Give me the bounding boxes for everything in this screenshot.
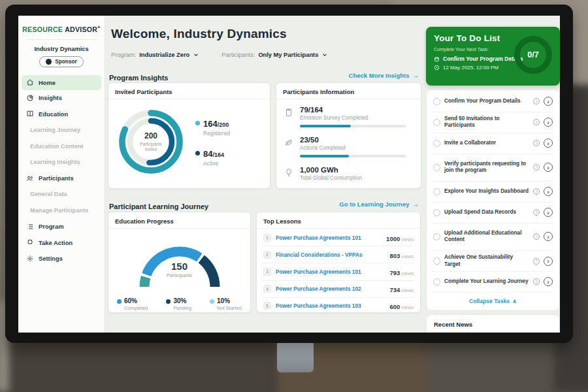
progress-bar bbox=[300, 125, 406, 127]
sidebar-item-participants[interactable]: Participants bbox=[18, 170, 105, 186]
help-icon[interactable]: ? bbox=[533, 209, 540, 216]
task-chevron-button[interactable]: › bbox=[544, 139, 553, 148]
link-label: Check More Insights bbox=[349, 72, 410, 79]
task-checkbox[interactable] bbox=[433, 119, 440, 126]
todo-task-row[interactable]: Upload Spend Data Records?› bbox=[433, 203, 553, 223]
lessons-list: 1Power Purchase Agreements 1011000views2… bbox=[257, 229, 420, 314]
task-checkbox[interactable] bbox=[433, 278, 440, 286]
help-icon[interactable]: ? bbox=[533, 188, 540, 195]
app-logo: RESOURCEADVISOR+ bbox=[18, 24, 105, 33]
calendar-icon bbox=[434, 56, 440, 62]
brand-secondary: ADVISOR bbox=[65, 25, 97, 33]
legend-label: Completed bbox=[124, 305, 148, 311]
leaf-icon bbox=[284, 138, 293, 147]
donut-center-label: Participants Invited bbox=[135, 142, 167, 153]
task-chevron-button[interactable]: › bbox=[544, 118, 553, 127]
collapse-tasks-link[interactable]: Collapse Tasks ∧ bbox=[433, 293, 553, 309]
card-title: Education Progress bbox=[108, 212, 250, 229]
views-count: 803 bbox=[389, 252, 400, 259]
todo-task-row[interactable]: Complete Your Learning Journey?› bbox=[433, 272, 553, 293]
recent-news-title: Recent News bbox=[434, 321, 552, 328]
program-insights-header: Program Insights Check More Insights → bbox=[109, 71, 419, 80]
task-chevron-button[interactable]: › bbox=[544, 187, 553, 196]
task-checkbox[interactable] bbox=[433, 164, 440, 171]
sidebar-item-learning-insights[interactable]: Learning Insights bbox=[18, 154, 105, 171]
lesson-rank: 4 bbox=[263, 285, 271, 293]
participants-filter[interactable]: Participants: Only My Participants bbox=[221, 52, 328, 58]
lesson-rank: 5 bbox=[263, 302, 271, 310]
help-icon[interactable]: ? bbox=[533, 140, 540, 146]
todo-task-row[interactable]: Send 50 Invitations to Participants?› bbox=[433, 112, 553, 133]
sidebar-item-insights[interactable]: Insights bbox=[18, 90, 105, 106]
task-chevron-button[interactable]: › bbox=[544, 163, 553, 172]
sidebar-item-learning-journey[interactable]: Learning Journey bbox=[18, 122, 105, 139]
monitor-bezel: RESOURCEADVISOR+ Industry Dynamics Spons… bbox=[5, 5, 573, 343]
dashboard-screen: RESOURCEADVISOR+ Industry Dynamics Spons… bbox=[18, 16, 560, 333]
sidebar-item-manage-participants[interactable]: Manage Participants bbox=[18, 203, 105, 219]
lightbulb-icon bbox=[284, 168, 293, 177]
todo-task-row[interactable]: Achieve One Sustainability Target?› bbox=[433, 251, 553, 272]
learning-cards-row: Education Progress 150 Participants bbox=[108, 212, 421, 313]
help-icon[interactable]: ? bbox=[533, 278, 540, 285]
sidebar-item-program[interactable]: Program bbox=[18, 218, 105, 235]
sidebar-item-settings[interactable]: Settings bbox=[18, 250, 105, 267]
stat-value: 23/50 bbox=[300, 136, 413, 144]
lesson-link[interactable]: Power Purchase Agreements 101 bbox=[276, 269, 385, 275]
page-title: Welcome, Industry Dynamics bbox=[111, 27, 287, 41]
help-icon[interactable]: ? bbox=[533, 164, 540, 171]
recent-news-panel: Recent News bbox=[426, 314, 560, 333]
settings-icon bbox=[26, 255, 34, 263]
lesson-row: 3Power Purchase Agreements 101793views bbox=[263, 263, 414, 280]
go-to-learning-journey-link[interactable]: Go to Learning Journey → bbox=[339, 201, 419, 208]
task-checkbox[interactable] bbox=[433, 140, 440, 147]
sponsor-badge[interactable]: Sponsor bbox=[39, 56, 84, 67]
task-checkbox[interactable] bbox=[433, 209, 440, 216]
todo-task-row[interactable]: Confirm Your Program Details?› bbox=[433, 91, 553, 112]
arrow-right-icon: → bbox=[413, 201, 419, 208]
task-checkbox[interactable] bbox=[433, 188, 440, 195]
lesson-link[interactable]: Financial Considerations - VPPAs bbox=[276, 252, 385, 258]
help-icon[interactable]: ? bbox=[533, 258, 540, 265]
lesson-views: 803views bbox=[389, 249, 414, 261]
todo-task-row[interactable]: Invite a Collaborator?› bbox=[433, 133, 553, 154]
lesson-link[interactable]: Power Purchase Agreements 103 bbox=[276, 302, 385, 309]
card-title: Invited Participants bbox=[108, 83, 270, 99]
card-title: Top Lessons bbox=[257, 212, 420, 229]
check-more-insights-link[interactable]: Check More Insights → bbox=[349, 72, 419, 79]
task-chevron-button[interactable]: › bbox=[544, 232, 553, 241]
task-chevron-button[interactable]: › bbox=[544, 208, 553, 217]
todo-task-row[interactable]: Upload Additional Educational Content?› bbox=[433, 223, 553, 251]
brand-plus: + bbox=[97, 24, 101, 30]
lesson-link[interactable]: Power Purchase Agreements 102 bbox=[276, 286, 385, 292]
lesson-link[interactable]: Power Purchase Agreements 101 bbox=[276, 235, 382, 241]
program-filter[interactable]: Program: Industrialize Zero bbox=[111, 52, 199, 58]
donut-center: 200 Participants Invited bbox=[112, 103, 189, 180]
help-icon[interactable]: ? bbox=[533, 119, 540, 125]
sponsor-label: Sponsor bbox=[55, 58, 77, 65]
task-checkbox[interactable] bbox=[433, 257, 440, 265]
gauge-legend: 60% Completed 30% Pending 10% bbox=[108, 291, 250, 311]
sidebar-item-label: Education bbox=[39, 110, 68, 118]
sidebar-item-general-data[interactable]: General Data bbox=[18, 186, 105, 203]
filter-label: Participants: bbox=[221, 52, 255, 58]
task-chevron-button[interactable]: › bbox=[544, 277, 553, 286]
sidebar-item-take-action[interactable]: Take Action bbox=[18, 235, 105, 251]
sidebar-item-education-content[interactable]: Education Content bbox=[18, 138, 105, 154]
sidebar-item-home[interactable]: Home bbox=[22, 75, 101, 90]
sidebar-item-label: Take Action bbox=[39, 239, 73, 246]
sidebar-item-education[interactable]: Education bbox=[18, 106, 105, 122]
todo-task-row[interactable]: Verify participants requesting to join t… bbox=[433, 154, 553, 182]
task-chevron-button[interactable]: › bbox=[544, 257, 553, 266]
task-checkbox[interactable] bbox=[433, 98, 440, 105]
stat-label: Emission Survey Completed bbox=[300, 114, 413, 121]
dot-icon bbox=[210, 299, 214, 304]
education-icon bbox=[26, 110, 34, 118]
todo-task-row[interactable]: Explore Your Insights Dashboard?› bbox=[433, 182, 553, 203]
task-chevron-button[interactable]: › bbox=[544, 97, 553, 106]
task-checkbox[interactable] bbox=[433, 233, 440, 240]
help-icon[interactable]: ? bbox=[533, 98, 540, 105]
task-label: Upload Spend Data Records bbox=[444, 209, 529, 216]
legend-pct: 30% bbox=[173, 297, 191, 304]
help-icon[interactable]: ? bbox=[533, 233, 540, 240]
sidebar-item-label: Program bbox=[39, 223, 64, 230]
